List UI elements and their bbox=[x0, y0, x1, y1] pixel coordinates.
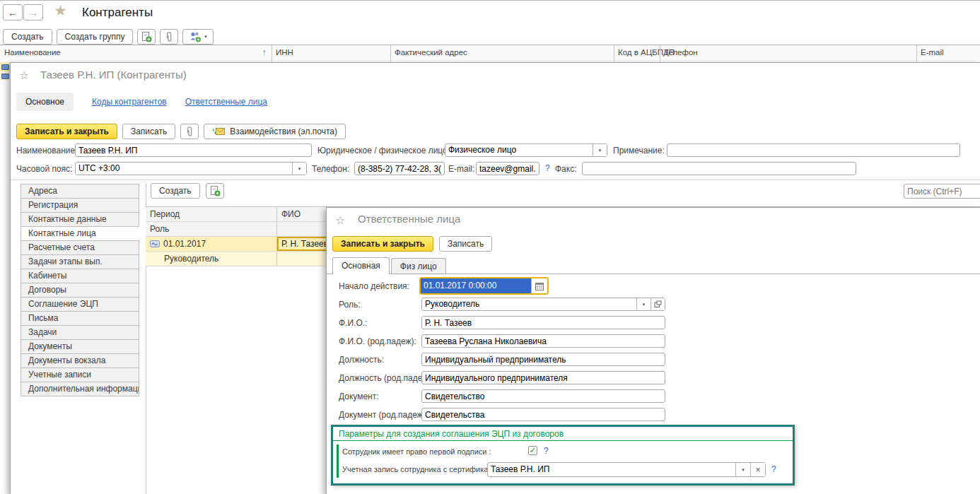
tab-responsible-persons[interactable]: Ответственные лица bbox=[185, 97, 267, 107]
certificate-account-select[interactable]: Тазеев Р.Н. ИП ▼ × bbox=[487, 462, 766, 477]
nav-back-button[interactable]: ← bbox=[3, 4, 23, 20]
timezone-select[interactable]: UTC +3:00 ▼ bbox=[75, 162, 307, 175]
form-tabs: Основная Физ лицо bbox=[332, 257, 446, 274]
certificate-account-value: Тазеев Р.Н. ИП bbox=[488, 463, 735, 476]
certificate-account-help-icon[interactable]: ? bbox=[771, 464, 776, 474]
column-email[interactable]: E-mail bbox=[921, 48, 944, 57]
sidebar-item-tasks-stages[interactable]: Задачи этапы вып. bbox=[21, 254, 139, 269]
start-date-value[interactable]: 01.01.2017 0:00:00 bbox=[421, 278, 531, 293]
fio-field[interactable] bbox=[421, 316, 665, 329]
position-field[interactable] bbox=[421, 353, 665, 366]
sidebar-item-station-documents[interactable]: Документы вокзала bbox=[21, 353, 139, 368]
email-field[interactable] bbox=[476, 162, 539, 175]
chevron-down-icon[interactable]: ▼ bbox=[735, 463, 750, 476]
phone-field[interactable] bbox=[354, 162, 445, 175]
favorite-star-icon[interactable]: ★ bbox=[54, 2, 67, 19]
fio-genitive-field[interactable] bbox=[421, 334, 665, 348]
period-value: 01.01.2017 bbox=[163, 239, 206, 249]
calendar-button[interactable] bbox=[531, 278, 547, 293]
start-date-label: Начало действия: bbox=[339, 281, 409, 291]
save-close-button[interactable]: Записать и закрыть bbox=[332, 236, 433, 252]
sidebar-item-addresses[interactable]: Адреса bbox=[21, 184, 139, 199]
role-select[interactable]: Руководитель ▼ bbox=[421, 298, 665, 311]
document-genitive-field[interactable] bbox=[421, 408, 665, 421]
name-field[interactable] bbox=[75, 143, 312, 157]
sidebar-item-documents[interactable]: Документы bbox=[21, 339, 139, 354]
paperclip-icon bbox=[164, 31, 174, 42]
first-signature-help-icon[interactable]: ? bbox=[544, 446, 549, 456]
card-nav-tabs: Основное Коды контрагентов Ответственные… bbox=[16, 93, 267, 111]
tab-main[interactable]: Основное bbox=[16, 93, 74, 111]
create-new-item-button[interactable] bbox=[137, 29, 156, 45]
title-star-icon[interactable]: ☆ bbox=[19, 69, 29, 82]
start-date-field[interactable]: 01.01.2017 0:00:00 bbox=[419, 277, 549, 295]
create-person-button[interactable]: Создать bbox=[151, 183, 200, 199]
search-input[interactable] bbox=[904, 184, 980, 199]
column-address[interactable]: Фактический адрес bbox=[395, 48, 467, 57]
group-row-icon bbox=[1, 73, 9, 79]
position-genitive-field[interactable] bbox=[421, 371, 665, 384]
attachments-button[interactable] bbox=[160, 29, 178, 45]
interactions-email-button[interactable]: Взаимодействия (эл.почта) bbox=[204, 124, 346, 139]
note-field[interactable] bbox=[667, 143, 960, 157]
app-root: ← → ★ Контрагенты Создать Создать группу bbox=[0, 0, 980, 494]
save-button[interactable]: Записать bbox=[439, 236, 492, 252]
create-group-button[interactable]: Создать группу bbox=[57, 29, 134, 45]
new-document-icon bbox=[209, 185, 221, 196]
chevron-down-icon: ▼ bbox=[204, 35, 208, 39]
chevron-down-icon[interactable]: ▼ bbox=[636, 298, 651, 310]
tab-individual[interactable]: Физ лицо bbox=[391, 258, 446, 274]
name-label: Наименование: bbox=[16, 146, 78, 155]
entity-type-select[interactable]: Физическое лицо ▼ bbox=[445, 143, 607, 157]
fax-label: Факс: bbox=[555, 164, 577, 174]
column-phone[interactable]: Телефон bbox=[664, 48, 698, 57]
list-header: Наименование ↑ ИНН Фактический адрес Код… bbox=[0, 45, 980, 63]
sidebar-item-accounts[interactable]: Расчетные счета bbox=[21, 240, 139, 255]
list-toolbar: Создать Создать группу bbox=[3, 29, 214, 45]
column-role[interactable]: Роль bbox=[146, 222, 277, 236]
sidebar-item-user-accounts[interactable]: Учетные записи bbox=[21, 367, 139, 382]
check-icon: ✓ bbox=[529, 447, 536, 454]
column-inn[interactable]: ИНН bbox=[276, 48, 293, 57]
position-genitive-label: Должность (род.падеж): bbox=[339, 373, 433, 383]
position-label: Должность: bbox=[339, 355, 384, 365]
sidebar-item-tasks[interactable]: Задачи bbox=[21, 325, 139, 340]
sidebar-item-cabinets[interactable]: Кабинеты bbox=[21, 269, 139, 283]
email-help-icon[interactable]: ? bbox=[545, 163, 550, 173]
email-label: E-mail: bbox=[448, 164, 474, 174]
document-field[interactable] bbox=[421, 389, 665, 403]
create-button[interactable]: Создать bbox=[3, 29, 52, 45]
save-button[interactable]: Записать bbox=[122, 124, 175, 139]
fax-field[interactable] bbox=[582, 162, 856, 175]
separator bbox=[11, 180, 980, 180]
attachments-button[interactable] bbox=[180, 124, 199, 139]
page-title: Контрагенты bbox=[82, 6, 153, 20]
sidebar-item-contact-persons[interactable]: Контактные лица bbox=[21, 226, 139, 241]
tab-counterparty-codes[interactable]: Коды контрагентов bbox=[92, 97, 167, 107]
persons-toolbar: Создать bbox=[151, 183, 224, 199]
fio-genitive-label: Ф.И.О. (род.падеж): bbox=[339, 336, 416, 346]
first-signature-checkbox[interactable]: ✓ bbox=[528, 446, 537, 455]
contact-persons-menu-button[interactable]: ▼ bbox=[182, 29, 214, 45]
chevron-down-icon[interactable]: ▼ bbox=[593, 144, 607, 156]
title-star-icon[interactable]: ☆ bbox=[335, 213, 345, 227]
open-window-icon bbox=[654, 300, 662, 308]
tab-main[interactable]: Основная bbox=[332, 257, 390, 274]
nav-forward-button[interactable]: → bbox=[23, 4, 43, 20]
sidebar-item-registration[interactable]: Регистрация bbox=[21, 198, 139, 213]
sidebar-item-ecp-agreement[interactable]: Соглашение ЭЦП bbox=[21, 297, 139, 312]
document-label: Документ: bbox=[339, 392, 379, 401]
column-name[interactable]: Наименование bbox=[4, 48, 61, 57]
sidebar-item-contact-data[interactable]: Контактные данные bbox=[21, 212, 139, 227]
sidebar-item-letters[interactable]: Письма bbox=[21, 311, 139, 326]
column-period[interactable]: Период bbox=[146, 207, 277, 221]
sidebar-item-contracts[interactable]: Договоры bbox=[21, 283, 139, 298]
entity-type-label: Юридическое / физическое лицо: bbox=[317, 146, 450, 155]
clear-icon[interactable]: × bbox=[750, 463, 765, 476]
sidebar-item-additional-info[interactable]: Дополнительная информация bbox=[21, 382, 139, 396]
create-copy-button[interactable] bbox=[206, 183, 224, 199]
save-close-button[interactable]: Записать и закрыть bbox=[16, 124, 117, 139]
chevron-down-icon[interactable]: ▼ bbox=[292, 163, 306, 175]
open-item-button[interactable] bbox=[651, 298, 665, 310]
document-genitive-label: Документ (род.падеж): bbox=[339, 410, 428, 420]
